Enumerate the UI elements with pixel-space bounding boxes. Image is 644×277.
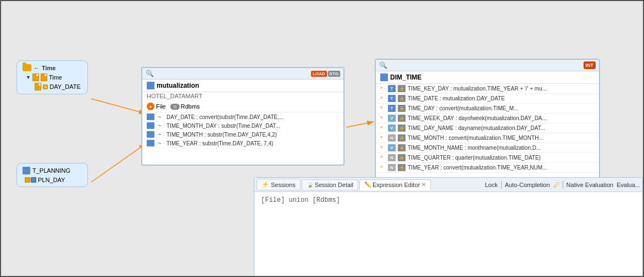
orange-circle-icon: ●	[147, 103, 154, 110]
tab-session-detail[interactable]: 🍃 Session Detail	[302, 179, 358, 190]
row-text-3: TIME_MONTH : substr(Time.DAY_DATE,4,2)	[166, 132, 277, 138]
dim-header-row: DIM_TIME	[376, 71, 599, 84]
pencil-icon: 🖊	[553, 182, 559, 188]
dim-row-1: * T 🔒 TIME_DATE : mutualization.DAY_DATE	[376, 94, 599, 104]
svg-line-3	[346, 122, 374, 127]
arrow-icon: ←	[34, 65, 40, 71]
expression-editor-content[interactable]: [File] union [Rdbms]	[254, 192, 642, 208]
mini-icon1	[25, 177, 30, 183]
lock-icon-5: 🔒	[398, 134, 406, 142]
dim-row-2: * T 🔒 TIME_DAY : convert(mutualization.T…	[376, 104, 599, 114]
dim-panel: 🔍 INT DIM_TIME * T 🔒 TIME_KEY_DAY : mutu…	[375, 59, 600, 196]
main-canvas: ← Time ▼ Time S DAY_DATE T_PLANNING PLN_…	[0, 0, 644, 277]
mapping-row-3: ~ TIME_MONTH : substr(Time.DAY_DATE,4,2)	[142, 130, 343, 139]
lock-icon-0: 🔒	[398, 85, 406, 92]
native-evaluation-action[interactable]: Native Evaluation	[567, 182, 614, 188]
tilde-icon-2: ~	[158, 122, 163, 129]
type-badge-5: N	[388, 134, 396, 142]
row-text-4: TIME_YEAR : substr(Time.DAY_DATE, 7,4)	[166, 140, 273, 146]
dim-row-3: * V 🔒 TIME_WEEK_DAY : dayofweek(mutualiz…	[376, 114, 599, 123]
day-date-row: S DAY_DATE	[35, 83, 82, 91]
tilde-icon-3: ~	[158, 131, 163, 138]
tab-expression-editor[interactable]: ✏️ Expression Editor ✕	[359, 179, 431, 190]
dim-row-4: * V 🔒 TIME_DAY_NAME : dayname(mutualizat…	[376, 123, 599, 133]
doc-icon	[32, 74, 39, 81]
star-1: *	[380, 95, 386, 102]
rdbms-label: Rdbms	[181, 103, 200, 110]
table-icon	[23, 167, 30, 174]
time-panel-header: ← Time	[23, 64, 82, 71]
tab-sessions-label: Sessions	[271, 182, 296, 188]
expression-text: [File] union [Rdbms]	[261, 196, 340, 204]
mapping-row-4: ~ TIME_YEAR : substr(Time.DAY_DATE, 7,4)	[142, 139, 343, 148]
type-badge-7: N	[388, 154, 396, 161]
tab-bar: ⚡ Sessions 🍃 Session Detail ✏️ Expressio…	[254, 178, 642, 192]
type-badge-2: T	[388, 105, 396, 112]
time-subfolder: ▼ Time	[26, 74, 82, 81]
dim-row-5: * N 🔒 TIME_MONTH : convert(mutualization…	[376, 133, 599, 143]
mapping-header-row: mutualization	[142, 80, 343, 92]
day-field-icon	[35, 83, 41, 91]
folder-icon	[23, 64, 31, 71]
svg-line-1	[91, 99, 146, 114]
auto-completion-action[interactable]: Auto-Completion	[505, 182, 550, 188]
lock-icon-4: 🔒	[398, 125, 406, 132]
row-text-2: TIME_MONTH_DAY : substr(Time.DAY_DAT...	[166, 123, 280, 129]
mapping-title: mutualization	[157, 82, 199, 89]
stg-badge: STG	[328, 71, 340, 77]
lock-icon-6: 🔒	[398, 144, 406, 151]
mapping-subtitle: HOTEL_DATAMART	[142, 92, 343, 101]
tab-right-actions: Lock Auto-Completion 🖊 Native Evaluation…	[485, 181, 640, 189]
tplanning-header: T_PLANNING	[23, 167, 82, 174]
s-badge: S	[43, 84, 48, 89]
svg-line-2	[91, 144, 146, 182]
dim-table-icon	[380, 74, 388, 81]
row-text-1: DAY_DATE : convert(substr(Time.DAY_DATE,…	[166, 114, 284, 120]
dim-row-text-5: TIME_MONTH : convert(mutualization.TIME_…	[408, 135, 543, 141]
evaluate-action[interactable]: Evalua...	[617, 182, 640, 188]
doc-icon2	[41, 74, 47, 81]
dim-row-text-6: TIME_MONTH_NAME : monthname(mutualizatio…	[408, 145, 541, 151]
time-subfolder-label: Time	[49, 74, 62, 81]
lock-icon-3: 🔒	[398, 115, 406, 122]
type-badge-1: T	[388, 95, 396, 102]
lock-icon-2: 🔒	[398, 105, 406, 112]
tab-session-detail-label: Session Detail	[315, 182, 353, 188]
tilde-icon-4: ~	[158, 140, 163, 146]
type-badge-0: T	[388, 85, 396, 92]
star-8: *	[380, 165, 386, 171]
dim-title: DIM_TIME	[390, 74, 421, 81]
rdbms-toggle: ⊙ Rdbms	[170, 103, 200, 110]
load-badge: LOAD	[311, 71, 327, 77]
dim-row-text-1: TIME_DATE : mutualization.DAY_DATE	[408, 95, 505, 101]
star-7: *	[380, 155, 386, 161]
star-4: *	[380, 125, 386, 132]
dim-row-text-7: TIME_QUARTER : quarter(mutualization.TIM…	[408, 155, 541, 161]
lock-action[interactable]: Lock	[485, 182, 497, 188]
mapping-panel: 🔍 LOAD STG mutualization HOTEL_DATAMART …	[141, 67, 345, 166]
file-rdbms-row: ● File ⊙ Rdbms	[142, 101, 343, 112]
dim-row-text-0: TIME_KEY_DAY : mutualization.TIME_YEAR +…	[408, 86, 547, 92]
day-date-label: DAY_DATE	[49, 83, 80, 90]
expr-icon: ✏️	[364, 182, 371, 188]
star-5: *	[380, 135, 386, 142]
dim-row-text-8: TIME_YEAR : convert(mutualization.TIME_Y…	[408, 165, 547, 171]
mapping-row-2: ~ TIME_MONTH_DAY : substr(Time.DAY_DAT..…	[142, 121, 343, 130]
type-badge-6: V	[388, 144, 396, 151]
action-sep-2	[563, 181, 563, 189]
close-icon[interactable]: ✕	[421, 182, 426, 188]
row-icon-1	[147, 114, 154, 120]
dim-row-6: * V 🔒 TIME_MONTH_NAME : monthname(mutual…	[376, 143, 599, 153]
lock-icon-8: 🔒	[398, 164, 406, 171]
tplanning-panel: T_PLANNING PLN_DAY	[16, 163, 88, 187]
search-icon[interactable]: 🔍	[146, 70, 154, 77]
tab-sessions[interactable]: ⚡ Sessions	[257, 179, 301, 190]
dim-search-icon[interactable]: 🔍	[379, 61, 387, 69]
triangle-icon: ▼	[26, 75, 31, 80]
tab-expression-editor-label: Expression Editor	[373, 182, 420, 188]
action-sep-1	[501, 181, 502, 189]
dim-row-text-4: TIME_DAY_NAME : dayname(mutualization.DA…	[408, 125, 545, 131]
file-badge: ● File	[147, 103, 166, 110]
dim-top-bar: 🔍 INT	[376, 60, 599, 71]
star-6: *	[380, 145, 386, 151]
